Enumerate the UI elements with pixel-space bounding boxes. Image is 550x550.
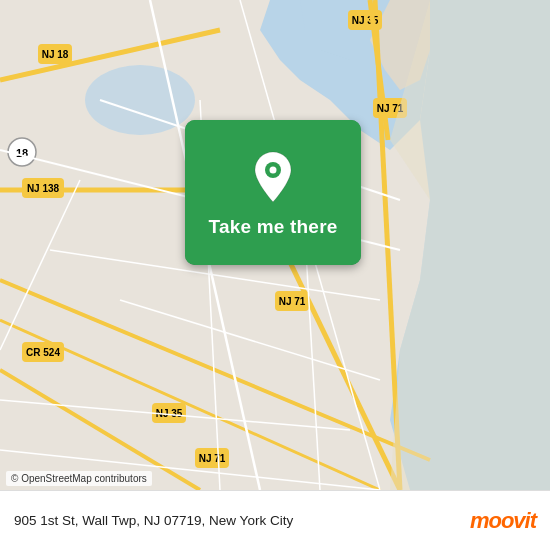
- bottom-bar: 905 1st St, Wall Twp, NJ 07719, New York…: [0, 490, 550, 550]
- moovit-logo: moovit: [470, 508, 536, 534]
- svg-point-46: [270, 166, 277, 173]
- svg-text:NJ 18: NJ 18: [42, 49, 69, 60]
- location-pin-icon: [251, 150, 295, 208]
- osm-credit-text: © OpenStreetMap contributors: [11, 473, 147, 484]
- map-container: NJ 35 NJ 71 NJ 18 18 NJ 138 NJ 71 NJ 35 …: [0, 0, 550, 490]
- osm-credit: © OpenStreetMap contributors: [6, 471, 152, 486]
- moovit-logo-text: moovit: [470, 508, 536, 534]
- svg-text:NJ 71: NJ 71: [199, 453, 226, 464]
- svg-text:NJ 138: NJ 138: [27, 183, 60, 194]
- take-me-there-button[interactable]: Take me there: [185, 120, 361, 265]
- svg-text:CR 524: CR 524: [26, 347, 60, 358]
- take-me-there-label: Take me there: [209, 216, 338, 238]
- svg-text:NJ 71: NJ 71: [279, 296, 306, 307]
- address-text: 905 1st St, Wall Twp, NJ 07719, New York…: [14, 513, 470, 528]
